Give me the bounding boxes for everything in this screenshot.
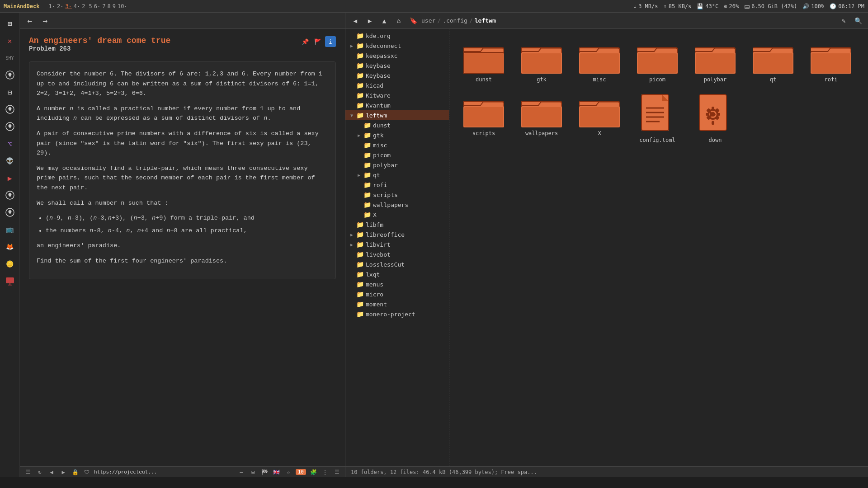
fm-edit-button[interactable]: ✎ — [837, 14, 850, 27]
tree-item-livebot[interactable]: 📁 livebot — [345, 249, 449, 259]
info-button[interactable]: i — [325, 36, 336, 47]
ws-6[interactable]: 5 — [89, 3, 92, 9]
grid-item-qt[interactable]: qt — [746, 36, 800, 86]
tree-item-wallpapers[interactable]: 📁 wallpapers — [353, 200, 449, 210]
svg-rect-48 — [580, 107, 619, 127]
grid-label-misc: misc — [593, 76, 606, 83]
tree-item-kdeorg[interactable]: 📁 kde.org — [345, 31, 449, 41]
tree-item-kvantum[interactable]: 📁 Kvantum — [345, 100, 449, 110]
grid-label-rofi: rofi — [825, 76, 838, 83]
svg-rect-40 — [464, 107, 503, 127]
tree-item-picom[interactable]: 📁 picom — [353, 150, 449, 160]
grid-item-picom[interactable]: picom — [630, 36, 684, 86]
url-bar[interactable]: https://projecteul... — [94, 469, 234, 475]
browser-more-icon[interactable]: ⋮ — [321, 468, 330, 477]
grid-item-down[interactable]: down — [688, 90, 742, 147]
breadcrumb-config[interactable]: .config — [443, 17, 467, 24]
github-icon-3[interactable] — [3, 119, 17, 134]
browser-forward-btn2[interactable]: ▶ — [59, 468, 68, 477]
github-icon-2[interactable] — [3, 102, 17, 117]
tree-item-scripts[interactable]: 📁 scripts — [353, 190, 449, 200]
flag-button[interactable]: 🚩 — [312, 36, 323, 47]
grid-item-gtk[interactable]: gtk — [514, 36, 569, 86]
grid-item-polybar[interactable]: polybar — [688, 36, 742, 86]
fm-bookmark-icon: 🔖 — [407, 14, 420, 27]
shy-label[interactable]: SHY — [3, 51, 17, 65]
branch-icon[interactable]: ⌥ — [3, 136, 17, 151]
tree-item-gtk[interactable]: ▶ 📁 gtk — [353, 130, 449, 140]
tree-item-kdeconnect[interactable]: ▶ 📁 kdeconnect — [345, 41, 449, 51]
grid-item-wallpapers[interactable]: wallpapers — [514, 90, 569, 147]
browser-forward-button[interactable]: → — [39, 14, 52, 27]
browser-menu-button[interactable]: ☰ — [24, 468, 33, 477]
tree-item-X[interactable]: 📁 X — [353, 210, 449, 220]
tree-item-losslesscut[interactable]: 📁 LosslessCut — [345, 259, 449, 269]
grid-item-rofi[interactable]: rofi — [804, 36, 858, 86]
ws-5[interactable]: 2 — [82, 3, 85, 9]
github-icon-4[interactable] — [3, 188, 17, 202]
grid-item-X[interactable]: X — [572, 90, 627, 147]
download-stat: ↓ 3 MB/s — [633, 3, 658, 9]
fm-search-button[interactable]: 🔍 — [852, 14, 864, 27]
close-icon[interactable]: ✕ — [3, 33, 17, 48]
fm-forward-button[interactable]: ▶ — [363, 14, 376, 27]
gitlab-icon[interactable]: 🦊 — [3, 239, 17, 254]
ws-4[interactable]: 4· — [74, 3, 80, 9]
tree-item-kicad[interactable]: 📁 kicad — [345, 80, 449, 90]
ws-8[interactable]: 7 — [102, 3, 105, 9]
tree-item-keybase[interactable]: 📁 keybase — [345, 61, 449, 70]
tree-item-libfm[interactable]: 📁 libfm — [345, 220, 449, 230]
tree-item-libreoffice[interactable]: ▶ 📁 libreoffice — [345, 230, 449, 239]
youtube-icon[interactable]: ▶ — [3, 171, 17, 185]
tree-item-qt[interactable]: ▶ 📁 qt — [353, 170, 449, 180]
ws-2[interactable]: 2· — [57, 3, 63, 9]
grid-label-gtk: gtk — [537, 76, 547, 83]
tree-item-keepassxc[interactable]: 📁 keepassxc — [345, 51, 449, 61]
tree-item-polybar[interactable]: 📁 polybar — [353, 160, 449, 170]
ws-1[interactable]: 1· — [48, 3, 55, 9]
fm-back-button[interactable]: ◀ — [349, 14, 362, 27]
ws-3[interactable]: 3· — [65, 3, 71, 9]
ws-10[interactable]: 9 — [113, 3, 116, 9]
browser-hamburger-icon[interactable]: ☰ — [332, 468, 341, 477]
grid-icon[interactable]: ⊟ — [3, 85, 17, 99]
ws-11[interactable]: 10· — [118, 3, 127, 9]
ws-9[interactable]: 8 — [107, 3, 110, 9]
tree-item-micro[interactable]: 📁 micro — [345, 289, 449, 299]
grid-item-config-toml[interactable]: config.toml — [630, 90, 684, 147]
coin-icon[interactable]: 🪙 — [3, 257, 17, 271]
grid-item-misc[interactable]: misc — [572, 36, 627, 86]
grid-item-scripts[interactable]: scripts — [457, 90, 511, 147]
fm-home-button[interactable]: ⌂ — [392, 14, 405, 27]
layout-icon[interactable]: ⊞ — [3, 16, 17, 31]
fm-up-button[interactable]: ▲ — [378, 14, 391, 27]
github-icon-5[interactable] — [3, 205, 17, 220]
browser-star-icon[interactable]: ☆ — [284, 468, 293, 477]
tree-item-menus[interactable]: 📁 menus — [345, 279, 449, 289]
github-icon-1[interactable] — [3, 68, 17, 82]
browser-back-button[interactable]: ← — [24, 14, 36, 27]
grid-item-dunst[interactable]: dunst — [457, 36, 511, 86]
breadcrumb-user[interactable]: user — [421, 17, 435, 24]
tree-item-monero[interactable]: 📁 monero-project — [345, 309, 449, 319]
tree-item-libvirt[interactable]: ▶ 📁 libvirt — [345, 239, 449, 249]
tree-item-rofi[interactable]: 📁 rofi — [353, 180, 449, 190]
tree-item-kitware[interactable]: 📁 Kitware — [345, 90, 449, 100]
breadcrumb-leftwm[interactable]: leftwm — [475, 17, 496, 24]
tree-item-Keybase[interactable]: 📁 Keybase — [345, 70, 449, 80]
pin-button[interactable]: 📌 — [300, 36, 311, 47]
topbar-nums: 1· 2· 3· 4· 2 5 6· 7 8 9 10· — [48, 3, 127, 9]
browser-puzzle-icon[interactable]: 🧩 — [309, 468, 318, 477]
tree-item-moment[interactable]: 📁 moment — [345, 299, 449, 309]
tree-item-leftwm[interactable]: ▼ 📁 leftwm — [345, 110, 449, 120]
twitch-icon[interactable]: 📺 — [3, 222, 17, 237]
browser-reload-button[interactable]: ↻ — [35, 468, 44, 477]
tree-item-lxqt[interactable]: 📁 lxqt — [345, 269, 449, 279]
topbar-title: MainAndDeck — [4, 3, 39, 9]
browser-back-btn2[interactable]: ◀ — [47, 468, 56, 477]
ws-7[interactable]: 6· — [94, 3, 100, 9]
tree-item-dunst[interactable]: 📁 dunst — [353, 120, 449, 130]
slides-icon[interactable] — [3, 274, 17, 288]
tree-item-misc[interactable]: 📁 misc — [353, 140, 449, 150]
reddit-icon[interactable]: 👽 — [3, 154, 17, 168]
